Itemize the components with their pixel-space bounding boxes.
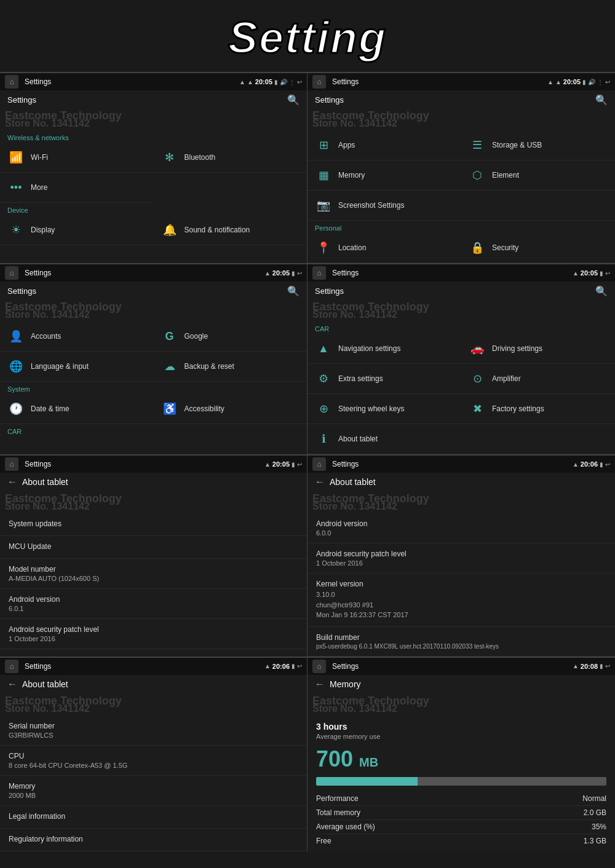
google-label: Google [184, 332, 208, 341]
status-icons-7: ▲ 20:06 ▮ ↩ [264, 663, 302, 670]
panel-about-3: ⌂ Settings ▲ 20:06 ▮ ↩ ← About tablet Ea… [0, 658, 308, 851]
kernel-version-label: Kernel version [316, 580, 606, 588]
home-icon-2[interactable]: ⌂ [312, 75, 326, 89]
home-icon-8[interactable]: ⌂ [312, 660, 326, 673]
status-bar-6: ⌂ Settings ▲ 20:06 ▮ ↩ [308, 456, 615, 473]
settings-label-4: Settings [315, 286, 344, 296]
accounts-menu: 👤 Accounts G Google 🌐 Language & input ☁… [0, 322, 307, 382]
status-icons-4: ▲ 20:05 ▮ ↩ [573, 269, 610, 277]
home-icon-6[interactable]: ⌂ [312, 457, 326, 471]
status-time-2: 20:05 [563, 78, 581, 85]
nav-header-5: ← About tablet [0, 473, 307, 491]
menu-item-security[interactable]: 🔒 Security [461, 233, 615, 263]
menu-item-google[interactable]: G Google [154, 322, 308, 352]
menu-item-element[interactable]: ⬡ Element [461, 160, 615, 191]
wifi-icon-7: ▲ [264, 663, 271, 669]
menu-item-sound[interactable]: 🔔 Sound & notification [154, 215, 308, 245]
menu-item-steering[interactable]: ⊕ Steering wheel keys [308, 394, 461, 424]
back-button-7[interactable]: ← [7, 679, 17, 690]
watermark-area-3: Eastcome Technology Store No. 1341142 [0, 299, 307, 322]
back-status-icon-3: ↩ [297, 270, 302, 277]
menu-item-memory[interactable]: ▦ Memory [308, 160, 461, 191]
driving-label: Driving settings [492, 344, 542, 353]
back-status-icon-8: ↩ [605, 663, 610, 669]
menu-item-extra[interactable]: ⚙ Extra settings [308, 364, 461, 394]
wireless-menu: 📶 Wi-Fi ✻ Bluetooth ••• More [0, 143, 307, 203]
menu-item-accounts[interactable]: 👤 Accounts [0, 322, 154, 352]
info-build-number: Build number px5-userdebug 6.0.1 MXC89L … [308, 627, 615, 657]
back-button-6[interactable]: ← [315, 476, 325, 487]
menu-item-navigation[interactable]: ▲ Navigation settings [308, 334, 461, 364]
info-regulatory[interactable]: Regulatory information [0, 829, 307, 851]
status-time-5: 20:05 [272, 460, 290, 468]
settings-label-2: Settings [315, 95, 344, 105]
home-icon-3[interactable]: ⌂ [5, 266, 18, 280]
nav-title-8: Memory [330, 679, 361, 689]
menu-item-storage[interactable]: ☰ Storage & USB [461, 130, 615, 160]
nav-header-6: ← About tablet [308, 473, 615, 491]
info-android-version-1: Android version 6.0.1 [0, 589, 307, 619]
info-system-updates[interactable]: System updates [0, 513, 307, 536]
stat-divider-2 [323, 819, 599, 820]
about-info-1: System updates MCU Update Model number A… [0, 513, 307, 649]
menu-item-apps[interactable]: ⊞ Apps [308, 130, 461, 160]
menu-item-accessibility[interactable]: ♿ Accessibility [154, 394, 308, 424]
memory-amount: 700 MB [316, 746, 606, 772]
menu-item-factory[interactable]: ✖ Factory settings [461, 394, 615, 424]
menu-item-amplifier[interactable]: ⊙ Amplifier [461, 364, 615, 394]
panels-row-4: ⌂ Settings ▲ 20:06 ▮ ↩ ← About tablet Ea… [0, 657, 615, 851]
info-mcu-update[interactable]: MCU Update [0, 536, 307, 559]
battery-icon-4: ▮ [600, 270, 603, 277]
amplifier-label: Amplifier [492, 374, 521, 383]
home-icon-5[interactable]: ⌂ [5, 457, 18, 471]
system-updates-label: System updates [9, 519, 298, 528]
nav-header-8: ← Memory [308, 675, 615, 693]
menu-item-backup[interactable]: ☁ Backup & reset [154, 352, 308, 382]
battery-icon-7: ▮ [292, 663, 295, 669]
signal-icon: ▲ [247, 79, 253, 85]
home-icon-7[interactable]: ⌂ [5, 660, 18, 673]
volume-icon-2: 🔊 [588, 79, 595, 85]
menu-item-language[interactable]: 🌐 Language & input [0, 352, 154, 382]
bluetooth-label: Bluetooth [184, 153, 216, 162]
wifi-icon: 📶 [7, 149, 25, 166]
back-button-5[interactable]: ← [7, 476, 17, 487]
battery-icon: ▮ [274, 79, 278, 85]
model-number-value: A-MEDIA AUTO (1024x600 S) [9, 575, 298, 582]
menu-item-screenshot[interactable]: 📷 Screenshot Settings [308, 191, 615, 221]
more-status-icon: ⋮ [289, 79, 295, 85]
menu-item-display[interactable]: ☀ Display [0, 215, 154, 245]
about-label: About tablet [338, 435, 378, 443]
status-time-3: 20:05 [272, 269, 290, 277]
wm2-8: Store No. 1341142 [312, 703, 397, 714]
info-legal[interactable]: Legal information [0, 806, 307, 829]
home-icon-4[interactable]: ⌂ [312, 266, 326, 280]
menu-item-more[interactable]: ••• More [0, 173, 154, 203]
serial-number-value: G3RBIRWLCS [9, 732, 298, 739]
menu-item-about[interactable]: ℹ About tablet [308, 424, 615, 454]
status-time-8: 20:08 [581, 663, 598, 670]
model-number-label: Model number [9, 565, 298, 574]
device-section-label: Device [0, 203, 307, 215]
search-icon-4[interactable]: 🔍 [595, 285, 608, 297]
cpu-value: 8 core 64-bit CPU Coretex-A53 @ 1.5G [9, 762, 298, 769]
home-icon[interactable]: ⌂ [5, 75, 18, 89]
watermark-area-4: Eastcome Technology Store No. 1341142 [308, 299, 615, 322]
free-label: Free [316, 837, 331, 845]
apps-label: Apps [338, 141, 355, 149]
menu-item-location[interactable]: 📍 Location [308, 233, 461, 263]
menu-item-datetime[interactable]: 🕐 Date & time [0, 394, 154, 424]
steering-label: Steering wheel keys [338, 404, 404, 413]
watermark-area-7: Eastcome Technology Store No. 1341142 [0, 693, 307, 716]
search-icon-2[interactable]: 🔍 [595, 94, 608, 106]
wifi-icon-3: ▲ [264, 270, 271, 277]
back-button-8[interactable]: ← [315, 679, 325, 690]
search-icon[interactable]: 🔍 [287, 94, 300, 106]
menu-item-wifi[interactable]: 📶 Wi-Fi [0, 143, 154, 173]
navigation-label: Navigation settings [338, 344, 400, 353]
search-icon-3[interactable]: 🔍 [287, 285, 300, 297]
wifi-status-icon: ▲ [239, 79, 245, 85]
menu-item-bluetooth[interactable]: ✻ Bluetooth [154, 143, 308, 173]
menu-item-driving[interactable]: 🚗 Driving settings [461, 334, 615, 364]
car-section-main: CAR [308, 322, 615, 334]
